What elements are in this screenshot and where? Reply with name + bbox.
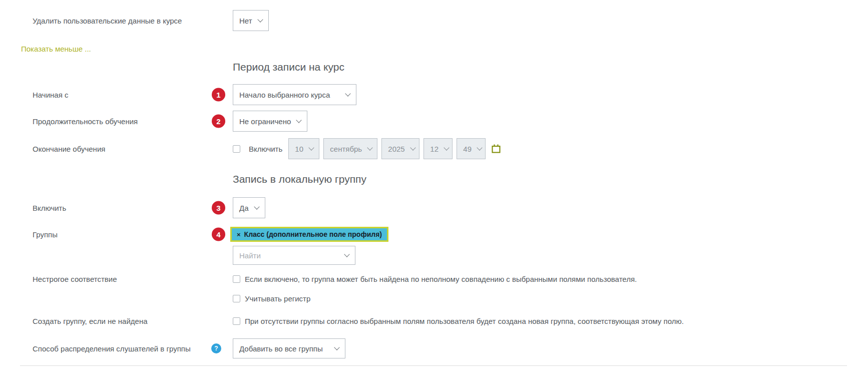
duration-select[interactable]: Не ограничено [233,111,307,132]
step-badge-3: 3 [212,201,225,215]
groups-label: Группы [0,230,233,239]
end-date-month-select[interactable]: сентябрь [323,138,377,159]
group-field-tag[interactable]: × Класс (дополнительное поле профиля) [230,227,388,242]
chevron-down-icon [257,17,263,22]
section-divider [20,365,847,366]
distribution-select[interactable]: Добавить во все группы [233,338,345,358]
help-icon[interactable]: ? [211,343,221,353]
end-date-enable-label: Включить [249,145,282,153]
delete-user-data-label: Удалить пользовательские данные в курсе [0,17,233,25]
group-enable-value: Да [239,204,249,212]
delete-user-data-value: Нет [239,17,252,25]
row-delete-user-data: Удалить пользовательские данные в курсе … [0,10,868,31]
loose-match-checkbox[interactable] [233,275,240,283]
end-date-label: Окончание обучения [0,145,233,153]
step-badge-1: 1 [212,88,225,102]
chevron-down-icon [477,145,482,150]
step-badge-4: 4 [212,228,225,241]
show-less-link[interactable]: Показать меньше ... [21,45,91,53]
end-date-year-value: 2025 [388,145,404,153]
calendar-icon[interactable] [492,144,501,153]
start-from-select[interactable]: Начало выбранного курса [233,84,356,105]
chevron-down-icon [334,344,339,350]
end-date-month-value: сентябрь [330,145,362,153]
end-date-enable-checkbox[interactable] [233,145,240,153]
chevron-down-icon [367,145,373,150]
chevron-down-icon [344,251,349,257]
row-loose-match: Нестрогое соответствие Если включено, то… [0,275,868,283]
step-badge-2: 2 [212,115,225,128]
case-sensitive-text: Учитывать регистр [245,294,310,303]
create-group-label: Создать группу, если не найдена [0,317,233,325]
end-date-minute-select[interactable]: 49 [457,138,486,159]
create-group-option-text: При отсутствии группы согласно выбранным… [245,317,684,325]
row-create-group: Создать группу, если не найдена При отсу… [0,317,868,325]
row-group-search: Найти [0,246,868,265]
chevron-down-icon [254,204,259,209]
group-search-placeholder: Найти [239,251,261,260]
enrol-settings-form: Удалить пользовательские данные в курсе … [0,0,868,386]
row-end-date: Окончание обучения Включить 10 сентябрь … [0,138,868,159]
section-title-local-group: Запись в локальную группу [233,173,868,185]
delete-user-data-select[interactable]: Нет [233,10,269,31]
end-date-day-value: 10 [295,145,303,153]
row-duration: Продолжительность обучения 2 Не ограниче… [0,111,868,132]
duration-value: Не ограничено [239,117,291,126]
group-search-select[interactable]: Найти [233,246,355,265]
start-from-label: Начиная с [0,91,233,99]
end-date-hour-select[interactable]: 12 [423,138,453,159]
duration-label: Продолжительность обучения [0,117,233,126]
end-date-hour-value: 12 [430,145,439,153]
distribution-value: Добавить во все группы [239,344,323,353]
loose-match-option-text: Если включено, то группа может быть найд… [245,275,637,283]
chevron-down-icon [308,145,314,150]
create-group-checkbox[interactable] [233,317,240,325]
end-date-day-select[interactable]: 10 [288,138,319,159]
group-field-tag-label: Класс (дополнительное поле профиля) [244,230,382,238]
chevron-down-icon [296,117,302,123]
end-date-minute-value: 49 [463,145,472,153]
group-enable-label: Включить [0,204,233,212]
end-date-year-select[interactable]: 2025 [381,138,419,159]
row-case-sensitive: Учитывать регистр [0,294,868,303]
section-title-enrol-period: Период записи на курс [233,61,868,73]
distribution-label: Способ распределения слушателей в группы [0,344,233,353]
case-sensitive-checkbox[interactable] [233,295,240,302]
chevron-down-icon [345,91,350,96]
group-enable-select[interactable]: Да [233,197,265,218]
loose-match-label: Нестрогое соответствие [0,275,233,283]
tag-remove-icon[interactable]: × [237,231,241,238]
row-distribution: Способ распределения слушателей в группы… [0,338,868,358]
row-group-enable: Включить 3 Да [0,197,868,218]
chevron-down-icon [444,145,449,150]
chevron-down-icon [410,145,415,150]
row-groups: Группы 4 × Класс (дополнительное поле пр… [0,227,868,242]
start-from-value: Начало выбранного курса [239,91,330,99]
row-start-from: Начиная с 1 Начало выбранного курса [0,84,868,105]
